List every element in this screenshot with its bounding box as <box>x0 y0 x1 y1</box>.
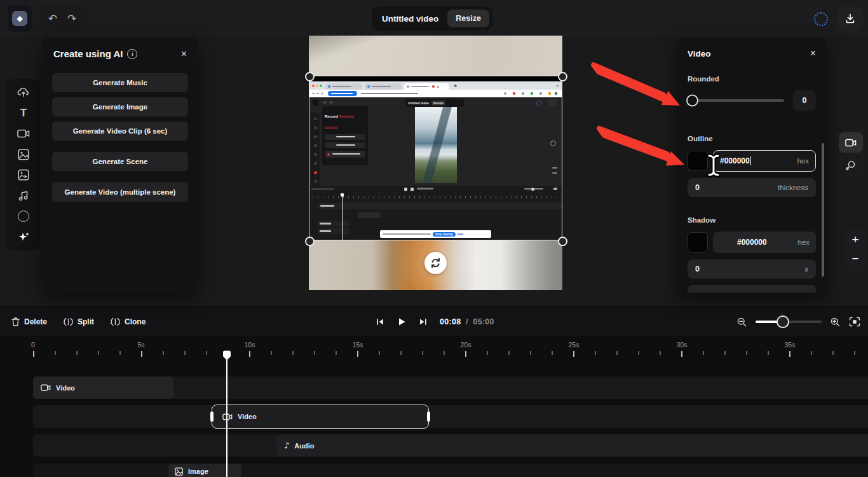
app-logo-button[interactable]: ◆ <box>8 5 32 32</box>
clip-trim-handle-left[interactable] <box>210 411 214 422</box>
resize-button[interactable]: Resize <box>447 10 489 27</box>
shadow-color-swatch[interactable] <box>688 232 708 252</box>
selection-handle-top-left[interactable] <box>305 72 315 81</box>
skip-end-icon[interactable] <box>418 317 428 327</box>
shadow-x-input[interactable]: 0 x <box>688 259 816 279</box>
redo-icon[interactable]: ↷ <box>67 12 76 25</box>
text-tool-icon[interactable]: T <box>17 106 31 120</box>
playhead-handle[interactable] <box>222 350 232 361</box>
nested-ruler-tick <box>333 196 334 198</box>
generate-image-button[interactable]: Generate Image <box>52 97 188 116</box>
outline-color-swatch[interactable] <box>688 151 708 171</box>
split-icon <box>64 317 73 326</box>
ruler-label: 30s <box>677 341 688 349</box>
undo-icon[interactable]: ↶ <box>48 12 57 25</box>
timeline-zoom-handle[interactable] <box>776 315 789 328</box>
nested-ruler-tick <box>470 196 471 198</box>
audio-tool-icon[interactable] <box>17 189 31 203</box>
video-tool-icon[interactable] <box>17 127 31 141</box>
skip-start-icon[interactable] <box>375 317 385 327</box>
generate-scene-button[interactable]: Generate Scene <box>52 152 188 171</box>
nested-ruler-tick <box>552 196 552 198</box>
timeline-zoom-slider[interactable] <box>756 321 822 323</box>
nested-ruler-tick <box>323 196 323 198</box>
nested-ruler-tick <box>389 196 390 198</box>
selection-handle-top-right[interactable] <box>558 72 567 81</box>
layer-search-tab[interactable] <box>839 155 863 176</box>
nested-ruler-tick <box>465 196 466 198</box>
nested-ruler-tick <box>480 196 481 198</box>
layer-video-tab[interactable] <box>839 132 863 153</box>
close-icon[interactable]: × <box>810 48 816 59</box>
nested-ruler-tick <box>358 196 359 198</box>
shape-tool-icon[interactable] <box>17 209 31 223</box>
nested-stop-sharing-button: Stop sharing <box>433 232 456 237</box>
close-icon[interactable]: × <box>181 49 187 59</box>
ruler-label: 5s <box>137 341 144 349</box>
upload-icon[interactable] <box>17 85 31 99</box>
video-clip-2-selected[interactable]: Video <box>212 404 429 429</box>
video-clip-1[interactable]: Video <box>33 377 173 399</box>
ruler-label: 0 <box>31 341 35 349</box>
generate-music-button[interactable]: Generate Music <box>52 73 188 92</box>
panel-scrollbar[interactable] <box>822 143 824 277</box>
ruler-tick <box>141 351 142 357</box>
export-button[interactable] <box>837 6 863 31</box>
outline-thickness-input[interactable]: 0 thickness <box>688 178 816 197</box>
app-window: ◆ ↶ ↷ Untitled video Resize T <box>0 0 868 477</box>
rounded-slider-handle[interactable] <box>686 95 698 107</box>
layer-tools <box>836 129 865 177</box>
rounded-label: Rounded <box>688 75 816 83</box>
canvas-background-video-top[interactable] <box>309 36 562 76</box>
ai-tools-icon[interactable] <box>17 230 31 244</box>
preview-canvas[interactable]: Untitled video Resize RecordRecording, 0… <box>309 36 562 290</box>
info-icon[interactable]: i <box>127 49 137 59</box>
shadow-hex-input[interactable]: #000000 hex <box>713 232 816 253</box>
download-icon <box>844 13 856 24</box>
selection-handle-bottom-right[interactable] <box>558 237 567 246</box>
nested-ruler-tick <box>485 196 486 198</box>
delete-button[interactable]: Delete <box>11 317 47 326</box>
ruler-tick <box>271 351 272 355</box>
generate-video-clip-button[interactable]: Generate Video Clip (6 sec) <box>52 121 188 141</box>
outline-label: Outline <box>688 135 816 142</box>
audio-clip[interactable]: ♪ Audio <box>276 434 868 457</box>
clone-button[interactable]: Clone <box>111 317 146 326</box>
nested-ruler-tick <box>379 196 379 198</box>
canvas-zoom-in-button[interactable]: + <box>851 233 858 247</box>
ruler-tick <box>465 351 466 357</box>
clip-trim-handle-right[interactable] <box>427 411 430 422</box>
rounded-slider[interactable] <box>688 99 784 102</box>
ruler-tick <box>206 351 207 355</box>
play-button-icon[interactable] <box>397 317 407 327</box>
canvas-zoom-out-button[interactable]: − <box>851 252 858 266</box>
zoom-out-icon[interactable] <box>736 317 747 328</box>
nested-ruler-tick <box>531 196 532 198</box>
video-camera-icon <box>41 384 51 391</box>
nested-ruler-tick <box>440 196 440 198</box>
generate-video-multi-button[interactable]: Generate Video (multiple scene) <box>52 183 188 202</box>
rotate-sync-button[interactable] <box>424 252 447 274</box>
nested-ruler-tick <box>506 196 506 198</box>
selected-video-layer[interactable]: Untitled video Resize RecordRecording, 0… <box>309 76 562 240</box>
selection-handle-bottom-left[interactable] <box>305 237 315 246</box>
image-icon <box>175 467 183 476</box>
outline-hex-input[interactable]: #000000 hex <box>713 150 816 172</box>
nested-ruler-tick <box>348 196 349 198</box>
nested-ruler-tick <box>455 196 456 198</box>
rounded-value[interactable]: 0 <box>793 90 816 111</box>
ruler-tick <box>163 351 164 355</box>
zoom-in-icon[interactable] <box>830 317 841 328</box>
nested-editor-ui: Untitled video Resize RecordRecording, 0… <box>309 97 562 240</box>
project-title[interactable]: Untitled video <box>382 14 438 24</box>
video-properties-panel: Video × Rounded 0 Outline #000000 hex 0 <box>677 38 826 294</box>
image-tool-icon[interactable] <box>17 148 31 162</box>
fit-timeline-icon[interactable] <box>849 317 860 327</box>
stock-media-icon[interactable] <box>17 168 31 182</box>
shadow-y-input-partial[interactable] <box>688 285 816 293</box>
split-button[interactable]: Split <box>64 317 94 326</box>
total-time: 05:00 <box>473 317 494 326</box>
playhead-line[interactable] <box>226 354 227 477</box>
image-clip[interactable]: Image <box>168 464 241 477</box>
current-time: 00:08 <box>440 317 461 326</box>
